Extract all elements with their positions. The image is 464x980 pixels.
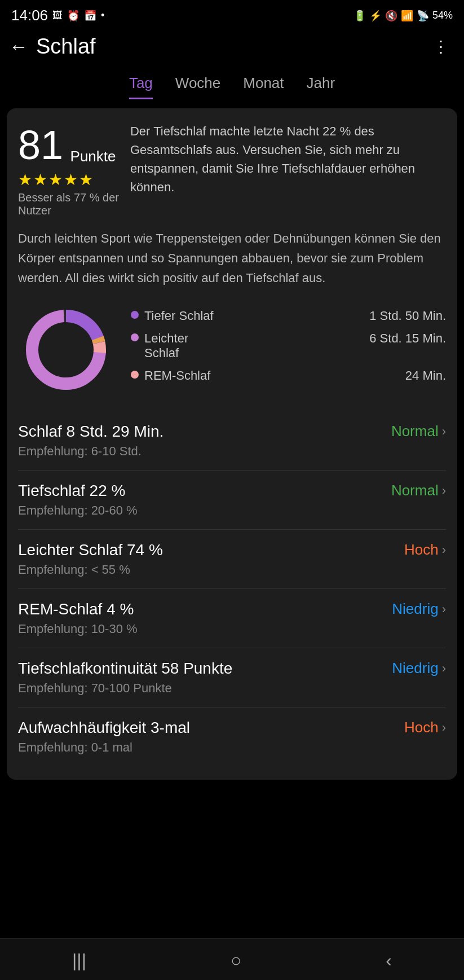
tab-bar: Tag Woche Monat Jahr bbox=[0, 68, 464, 99]
header-left: ← Schlaf bbox=[9, 34, 96, 59]
score-sub: Besser als 77 % derNutzer bbox=[18, 191, 119, 217]
rem-sleep-label: REM-Schlaf bbox=[144, 368, 210, 383]
main-card: 81 Punkte ★★★★★ Besser als 77 % derNutze… bbox=[7, 108, 457, 780]
metric-schlaf-status: Normal › bbox=[391, 423, 446, 440]
rem-sleep-dot bbox=[131, 371, 139, 379]
metric-leichter-schlaf[interactable]: Leichter Schlaf 74 % Hoch › Empfehlung: … bbox=[18, 530, 446, 589]
metric-aufwach-status: Hoch › bbox=[404, 719, 446, 736]
battery-percent: 54% bbox=[432, 10, 453, 21]
nav-home-icon[interactable]: ○ bbox=[231, 950, 241, 971]
more-menu-button[interactable]: ⋮ bbox=[433, 37, 450, 56]
metric-tiefschlaf-name: Tiefschlaf 22 % bbox=[18, 482, 125, 500]
status-right: 🔋 ⚡ 🔇 📶 📡 54% bbox=[353, 10, 453, 22]
deep-sleep-dot bbox=[131, 311, 139, 319]
sleep-legend: Tiefer Schlaf 1 Std. 50 Min. LeichterSch… bbox=[131, 309, 446, 391]
light-sleep-dot bbox=[131, 333, 139, 341]
metric-rem-schlaf-name: REM-Schlaf 4 % bbox=[18, 600, 134, 618]
wifi-icon: 📶 bbox=[401, 10, 413, 22]
metric-kontinuitat-rec: Empfehlung: 70-100 Punkte bbox=[18, 681, 446, 696]
nav-back-icon[interactable]: ‹ bbox=[386, 950, 392, 971]
bluetooth-icon: ⚡ bbox=[369, 10, 382, 22]
legend-rem-sleep: REM-Schlaf 24 Min. bbox=[131, 368, 446, 383]
tab-tag[interactable]: Tag bbox=[129, 74, 153, 99]
metric-leichter-schlaf-name: Leichter Schlaf 74 % bbox=[18, 541, 163, 559]
legend-light-sleep: LeichterSchlaf 6 Std. 15 Min. bbox=[131, 331, 446, 361]
chevron-icon-4: › bbox=[442, 602, 446, 617]
status-left: 14:06 🖼 ⏰ 📅 • bbox=[11, 7, 104, 24]
metric-kontinuitat-name: Tiefschlafkontinuität 58 Punkte bbox=[18, 660, 232, 678]
metric-schlaf[interactable]: Schlaf 8 Std. 29 Min. Normal › Empfehlun… bbox=[18, 411, 446, 471]
score-section: 81 Punkte ★★★★★ Besser als 77 % derNutze… bbox=[18, 122, 446, 217]
metric-aufwach[interactable]: Aufwachhäufigkeit 3-mal Hoch › Empfehlun… bbox=[18, 707, 446, 766]
chevron-icon-6: › bbox=[442, 720, 446, 735]
chevron-icon-2: › bbox=[442, 484, 446, 498]
deep-sleep-label: Tiefer Schlaf bbox=[144, 309, 214, 323]
chevron-icon-3: › bbox=[442, 543, 446, 557]
alarm-icon: ⏰ bbox=[67, 10, 79, 22]
score-number: 81 bbox=[18, 122, 63, 168]
tab-woche[interactable]: Woche bbox=[175, 74, 220, 99]
status-bar: 14:06 🖼 ⏰ 📅 • 🔋 ⚡ 🔇 📶 📡 54% bbox=[0, 0, 464, 29]
metric-aufwach-rec: Empfehlung: 0-1 mal bbox=[18, 740, 446, 755]
metric-kontinuitat-status: Niedrig › bbox=[392, 660, 446, 677]
metric-leichter-schlaf-status: Hoch › bbox=[404, 541, 446, 559]
light-sleep-label: LeichterSchlaf bbox=[144, 331, 188, 361]
metric-rem-schlaf-status: Niedrig › bbox=[392, 600, 446, 618]
chevron-icon-5: › bbox=[442, 661, 446, 676]
metric-tiefschlaf-status: Normal › bbox=[391, 482, 446, 499]
battery-charging-icon: 🔋 bbox=[353, 10, 366, 22]
deep-sleep-value: 1 Std. 50 Min. bbox=[369, 309, 446, 323]
metric-aufwach-name: Aufwachhäufigkeit 3-mal bbox=[18, 719, 190, 737]
metric-leichter-schlaf-rec: Empfehlung: < 55 % bbox=[18, 562, 446, 577]
dot-icon: • bbox=[101, 10, 104, 21]
metric-tiefschlaf-kontinuitat[interactable]: Tiefschlafkontinuität 58 Punkte Niedrig … bbox=[18, 648, 446, 707]
rem-sleep-value: 24 Min. bbox=[405, 368, 446, 383]
score-label: Punkte bbox=[70, 148, 116, 165]
chevron-icon: › bbox=[442, 424, 446, 439]
score-left: 81 Punkte ★★★★★ Besser als 77 % derNutze… bbox=[18, 122, 119, 217]
signal-icon: 📡 bbox=[417, 10, 429, 22]
donut-svg bbox=[18, 302, 114, 398]
light-sleep-value: 6 Std. 15 Min. bbox=[369, 331, 446, 361]
score-stars: ★★★★★ bbox=[18, 170, 119, 189]
tab-monat[interactable]: Monat bbox=[243, 74, 284, 99]
chart-section: Tiefer Schlaf 1 Std. 50 Min. LeichterSch… bbox=[18, 302, 446, 398]
score-description: Der Tiefschlaf machte letzte Nacht 22 % … bbox=[130, 122, 446, 217]
nav-bar: ||| ○ ‹ bbox=[0, 938, 464, 980]
metric-schlaf-rec: Empfehlung: 6-10 Std. bbox=[18, 444, 446, 459]
mute-icon: 🔇 bbox=[385, 10, 397, 22]
legend-deep-sleep: Tiefer Schlaf 1 Std. 50 Min. bbox=[131, 309, 446, 323]
metric-tiefschlaf[interactable]: Tiefschlaf 22 % Normal › Empfehlung: 20-… bbox=[18, 471, 446, 530]
header: ← Schlaf ⋮ bbox=[0, 29, 464, 68]
back-button[interactable]: ← bbox=[9, 36, 28, 58]
nav-recent-apps-icon[interactable]: ||| bbox=[72, 950, 86, 971]
page-title: Schlaf bbox=[36, 34, 96, 59]
metric-rem-schlaf[interactable]: REM-Schlaf 4 % Niedrig › Empfehlung: 10-… bbox=[18, 589, 446, 648]
donut-chart bbox=[18, 302, 114, 398]
status-time: 14:06 bbox=[11, 7, 48, 24]
metric-schlaf-name: Schlaf 8 Std. 29 Min. bbox=[18, 423, 163, 441]
image-icon: 🖼 bbox=[52, 10, 63, 21]
tab-jahr[interactable]: Jahr bbox=[307, 74, 335, 99]
calendar-icon: 📅 bbox=[84, 10, 96, 22]
metric-rem-schlaf-rec: Empfehlung: 10-30 % bbox=[18, 622, 446, 636]
tip-text: Durch leichten Sport wie Treppensteigen … bbox=[18, 228, 446, 288]
metric-tiefschlaf-rec: Empfehlung: 20-60 % bbox=[18, 503, 446, 518]
score-display: 81 Punkte bbox=[18, 122, 119, 168]
